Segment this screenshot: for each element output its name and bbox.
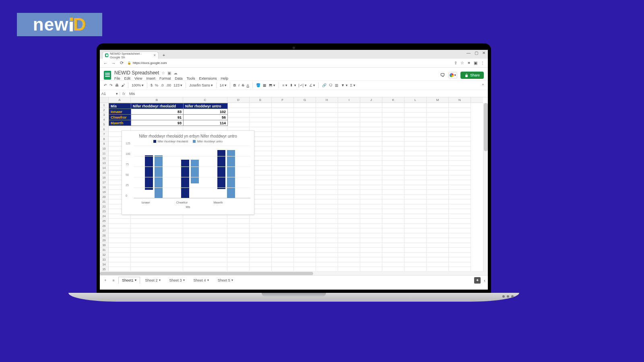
spreadsheet-grid[interactable]: ABCDEFGHIJKLMN 1234567891011121314151617… [100, 97, 488, 271]
row-header[interactable]: 16 [100, 175, 108, 180]
column-headers[interactable]: ABCDEFGHIJKLMN [109, 97, 483, 103]
nav-forward-icon[interactable]: → [111, 61, 116, 66]
collapse-toolbar-icon[interactable]: ^ [482, 83, 484, 87]
row-header[interactable]: 30 [100, 243, 108, 248]
col-header-J[interactable]: J [360, 97, 382, 103]
browser-tab[interactable]: NEWID Spreadsheet - Google Sh × [102, 51, 159, 59]
row-header[interactable]: 20 [100, 195, 108, 200]
embedded-chart[interactable]: Nifer rhoddwyr rheolaidd yn erbyn Nifer … [122, 130, 254, 215]
font-size-field[interactable]: 14 ▾ [220, 83, 227, 87]
text-color-button[interactable]: A [247, 83, 249, 87]
table-header[interactable]: Nifer rhoddwyr untro [184, 103, 228, 109]
row-header[interactable]: 34 [100, 262, 108, 267]
comments-icon[interactable]: 🗨 [440, 72, 445, 78]
horizontal-scrollbar[interactable] [100, 271, 488, 275]
row-header[interactable]: 23 [100, 209, 108, 214]
row-header[interactable]: 21 [100, 200, 108, 204]
name-box[interactable]: A1▾ [100, 92, 120, 96]
sheet-tab[interactable]: Sheet 4 ▾ [190, 277, 213, 284]
row-header[interactable]: 18 [100, 185, 108, 190]
col-header-I[interactable]: I [338, 97, 360, 103]
menu-file[interactable]: File [114, 76, 120, 80]
minimize-button[interactable]: — [466, 51, 471, 55]
row-header[interactable]: 28 [100, 233, 108, 238]
row-header[interactable]: 33 [100, 257, 108, 262]
strike-button[interactable]: S [242, 83, 244, 87]
row-header[interactable]: 15 [100, 171, 108, 175]
menu-data[interactable]: Data [175, 76, 182, 80]
table-month-cell[interactable]: Mawrth [109, 120, 131, 126]
sidepanel-icon[interactable]: ▣ [474, 61, 477, 65]
row-header[interactable]: 10 [100, 146, 108, 151]
undo-icon[interactable]: ↶ [104, 83, 107, 87]
col-header-F[interactable]: F [272, 97, 294, 103]
sheet-tab[interactable]: Sheet 2 ▾ [142, 277, 164, 284]
col-header-G[interactable]: G [294, 97, 316, 103]
functions-button[interactable]: Σ ▾ [350, 83, 355, 87]
table-value-cell[interactable]: 102 [184, 109, 228, 115]
select-all-corner[interactable] [100, 97, 109, 103]
vertical-scrollbar[interactable] [483, 103, 488, 271]
row-header[interactable]: 19 [100, 190, 108, 195]
row-headers[interactable]: 1234567891011121314151617181920212223242… [100, 103, 109, 271]
row-header[interactable]: 32 [100, 253, 108, 257]
menu-tools[interactable]: Tools [186, 76, 195, 80]
font-dropdown[interactable]: Josefin Sans ▾ [189, 83, 213, 87]
col-header-L[interactable]: L [405, 97, 427, 103]
table-month-cell[interactable]: Chwefror [109, 115, 131, 120]
row-header[interactable]: 29 [100, 238, 108, 243]
paint-format-icon[interactable]: 🖌 [121, 83, 125, 87]
comment-button[interactable]: 🗨 [329, 83, 332, 87]
row-header[interactable]: 22 [100, 204, 108, 209]
table-header[interactable]: Mis [109, 103, 131, 109]
col-header-M[interactable]: M [427, 97, 449, 103]
all-sheets-button[interactable]: ≡ [110, 278, 117, 282]
menu-format[interactable]: Format [159, 76, 171, 80]
add-sheet-button[interactable]: + [102, 278, 109, 282]
row-header[interactable]: 1 [100, 103, 108, 108]
new-tab-button[interactable]: + [161, 52, 167, 58]
move-icon[interactable]: ▣ [167, 71, 171, 75]
formula-input[interactable]: Mis [128, 92, 135, 96]
table-header[interactable]: Nifer rhoddwyr rheolaidd [131, 103, 184, 109]
row-header[interactable]: 11 [100, 151, 108, 156]
table-value-cell[interactable]: 93 [131, 120, 184, 126]
nav-reload-icon[interactable]: ⟳ [119, 61, 124, 66]
zoom-dropdown[interactable]: 100% ▾ [132, 83, 144, 87]
extensions-icon[interactable]: ✦ [467, 61, 471, 65]
chart-button[interactable]: ▥ [335, 83, 339, 87]
menu-extensions[interactable]: Extensions [199, 76, 217, 80]
filter-button[interactable]: ▼ ▾ [341, 83, 347, 87]
percent-button[interactable]: % [155, 83, 158, 87]
link-button[interactable]: 🔗 [322, 83, 326, 87]
halign-button[interactable]: ≡ ▾ [282, 83, 287, 87]
row-header[interactable]: 24 [100, 214, 108, 219]
browser-menu-icon[interactable]: ⋮ [481, 61, 485, 65]
print-icon[interactable]: 🖶 [115, 83, 119, 87]
col-header-H[interactable]: H [316, 97, 338, 103]
row-header[interactable]: 12 [100, 156, 108, 161]
table-value-cell[interactable]: 56 [184, 115, 228, 120]
merge-button[interactable]: ⬒ ▾ [269, 83, 276, 87]
table-value-cell[interactable]: 91 [131, 115, 184, 120]
row-header[interactable]: 2 [100, 108, 108, 113]
increase-decimal-button[interactable]: .00 [166, 83, 171, 87]
menu-help[interactable]: Help [221, 76, 228, 80]
col-header-N[interactable]: N [449, 97, 471, 103]
wrap-button[interactable]: |⤶| ▾ [299, 83, 307, 87]
sheets-logo-icon[interactable] [104, 71, 111, 80]
sheet-tab[interactable]: Sheet 3 ▾ [166, 277, 188, 284]
meet-icon[interactable]: ▾ [448, 72, 457, 78]
star-icon[interactable]: ☆ [161, 71, 165, 75]
tab-close-icon[interactable]: × [153, 53, 156, 58]
row-header[interactable]: 6 [100, 127, 108, 132]
row-header[interactable]: 8 [100, 137, 108, 142]
maximize-button[interactable]: ▢ [475, 51, 478, 55]
valign-button[interactable]: ⬍ ▾ [290, 83, 296, 87]
hscrollbar-thumb[interactable] [100, 272, 313, 275]
sheet-tab[interactable]: Sheet 5 ▾ [214, 277, 237, 284]
currency-button[interactable]: $ [151, 83, 153, 87]
italic-button[interactable]: I [238, 83, 239, 87]
table-month-cell[interactable]: Ionawr [109, 109, 131, 115]
col-header-K[interactable]: K [382, 97, 405, 103]
